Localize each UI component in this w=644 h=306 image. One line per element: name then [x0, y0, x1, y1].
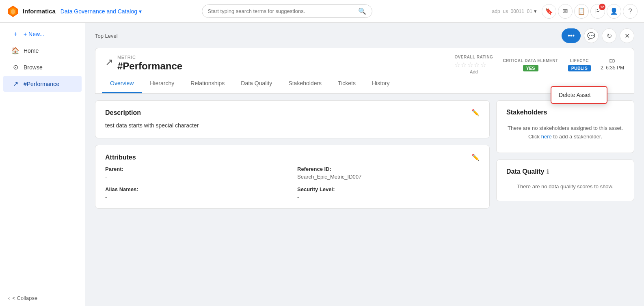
notifications-badge: 12: [599, 4, 605, 10]
attributes-edit-icon[interactable]: ✏️: [471, 153, 480, 161]
critical-badge: YES: [523, 65, 538, 71]
stakeholders-card-title: Stakeholders: [506, 109, 624, 116]
asset-type-label: METRIC: [117, 55, 450, 60]
sidebar-item-performance[interactable]: ↗ #Performance: [3, 76, 82, 92]
layout: + + New... 🏠 Home ⊙ Browse ↗ #Performanc…: [0, 23, 644, 306]
stakeholders-card: Stakeholders There are no stakeholders a…: [496, 100, 634, 153]
refresh-icon: ↻: [607, 32, 612, 40]
data-quality-empty: There are no data quality scores to show…: [506, 180, 624, 193]
search-bar[interactable]: 🔍: [202, 4, 372, 18]
modified-date: 2, 6:35 PM: [601, 65, 624, 71]
plus-icon: +: [11, 30, 19, 38]
tab-data-quality[interactable]: Data Quality: [233, 74, 280, 93]
add-stakeholder-link[interactable]: here: [541, 134, 552, 140]
close-button[interactable]: ✕: [620, 28, 634, 43]
attributes-grid: Parent: - Reference ID: Search_Epic_Metr…: [105, 166, 480, 200]
critical-data-element-block: CRITICAL DATA ELEMENT YES: [503, 58, 558, 71]
tab-history[interactable]: History: [364, 74, 398, 93]
main-content: Top Level ••• 💬 ↻ ✕ Delete Asset: [85, 23, 644, 306]
sidebar-item-browse[interactable]: ⊙ Browse: [3, 59, 82, 75]
home-icon: 🏠: [11, 47, 19, 54]
chat-button[interactable]: 💬: [584, 28, 599, 43]
lifecycle-badge: PUBLIS: [568, 65, 591, 71]
critical-data-element-label: CRITICAL DATA ELEMENT: [503, 58, 558, 63]
logo: Informatica: [6, 5, 56, 18]
app-name[interactable]: Data Governance and Catalog ▾: [61, 8, 142, 15]
notification-icon-btn[interactable]: 🏳 12: [590, 4, 605, 19]
asset-meta: OVERALL RATING ☆ ☆ ☆ ☆ ☆ Add CRITICAL DA…: [454, 55, 624, 74]
stars[interactable]: ☆ ☆ ☆ ☆ ☆: [454, 61, 493, 69]
description-card: Description ✏️ test data starts with spe…: [95, 100, 490, 138]
copy-icon-btn[interactable]: 📋: [574, 4, 589, 19]
asset-title-block: METRIC #Performance: [117, 55, 450, 72]
attributes-card-title: Attributes ✏️: [105, 153, 480, 161]
sidebar-item-new[interactable]: + + New...: [3, 26, 82, 42]
dropdown-popup: Delete Asset: [551, 86, 607, 104]
asset-title: #Performance: [117, 60, 450, 72]
refresh-button[interactable]: ↻: [602, 28, 616, 43]
lifecycle-block: LIFECYC PUBLIS: [568, 58, 591, 71]
asset-icon: ↗: [105, 56, 113, 68]
stakeholders-empty: There are no stakeholders assigned to th…: [506, 121, 624, 144]
sidebar-item-home[interactable]: 🏠 Home: [3, 43, 82, 58]
info-icon: ℹ: [547, 168, 549, 175]
chat-icon: 💬: [587, 32, 595, 40]
attributes-card: Attributes ✏️ Parent: - Reference ID: Se…: [95, 145, 490, 209]
attr-alias-names: Alias Names: -: [105, 186, 287, 200]
top-nav: Informatica Data Governance and Catalog …: [0, 0, 644, 23]
browse-icon: ⊙: [11, 63, 19, 71]
attr-security-level: Security Level: -: [297, 186, 480, 200]
help-icon-btn[interactable]: ?: [623, 4, 638, 19]
performance-icon: ↗: [11, 80, 19, 88]
profile-icon-btn[interactable]: 👤: [607, 4, 621, 19]
bookmark-icon-btn[interactable]: 🔖: [542, 4, 556, 19]
search-input[interactable]: [208, 8, 358, 14]
tab-stakeholders[interactable]: Stakeholders: [280, 74, 330, 93]
nav-right: adp_us_00011_01 ▾ 🔖 ✉ 📋 🏳 12 👤 ?: [492, 4, 638, 19]
right-column: Stakeholders There are no stakeholders a…: [496, 100, 634, 209]
data-quality-card-title: Data Quality ℹ: [506, 168, 624, 175]
sidebar-collapse[interactable]: ‹ < Collapse: [0, 290, 85, 306]
overall-rating-label: OVERALL RATING: [454, 55, 493, 59]
description-content: test data starts with special character: [105, 121, 480, 130]
attr-reference-id: Reference ID: Search_Epic_Metric_ID007: [297, 166, 480, 180]
asset-header: ↗ METRIC #Performance OVERALL RATING ☆ ☆…: [95, 48, 634, 74]
more-options-button[interactable]: •••: [562, 28, 581, 43]
logo-icon: [6, 5, 19, 18]
action-buttons: ••• 💬 ↻ ✕: [562, 28, 634, 43]
overall-rating-block: OVERALL RATING ☆ ☆ ☆ ☆ ☆ Add: [454, 55, 493, 74]
description-edit-icon[interactable]: ✏️: [471, 109, 480, 116]
tab-relationships[interactable]: Relationships: [182, 74, 233, 93]
breadcrumb: Top Level: [95, 33, 118, 39]
data-quality-card: Data Quality ℹ There are no data quality…: [496, 159, 634, 201]
description-card-title: Description ✏️: [105, 109, 480, 116]
left-column: Description ✏️ test data starts with spe…: [95, 100, 490, 209]
tab-hierarchy[interactable]: Hierarchy: [142, 74, 182, 93]
lifecycle-label: LIFECYC: [568, 58, 591, 63]
content-header: Top Level ••• 💬 ↻ ✕: [85, 23, 644, 43]
attr-parent: Parent: -: [105, 166, 287, 180]
body-grid: Description ✏️ test data starts with spe…: [95, 100, 634, 209]
delete-asset-item[interactable]: Delete Asset: [551, 87, 607, 103]
tab-overview[interactable]: Overview: [102, 74, 142, 93]
asset-title-row: ↗ METRIC #Performance OVERALL RATING ☆ ☆…: [105, 55, 624, 74]
user-area[interactable]: adp_us_00011_01 ▾: [492, 8, 537, 14]
add-rating-label[interactable]: Add: [454, 69, 493, 74]
modified-date-block: ED 2, 6:35 PM: [601, 59, 624, 71]
tab-tickets[interactable]: Tickets: [330, 74, 364, 93]
collapse-chevron-icon: ‹: [8, 295, 10, 301]
sidebar: + + New... 🏠 Home ⊙ Browse ↗ #Performanc…: [0, 23, 85, 306]
modified-label: ED: [601, 59, 624, 63]
logo-text: Informatica: [23, 8, 56, 15]
search-icon: 🔍: [358, 7, 366, 15]
message-icon-btn[interactable]: ✉: [558, 4, 573, 19]
close-icon: ✕: [625, 32, 630, 40]
